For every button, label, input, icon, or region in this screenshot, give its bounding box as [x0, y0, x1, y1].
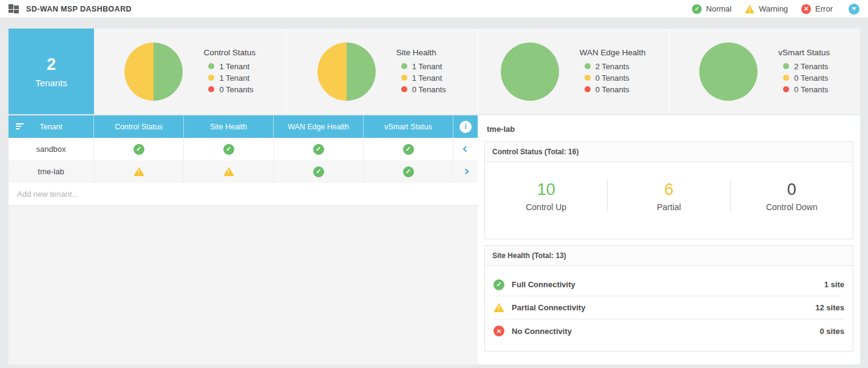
- chevron-right-icon[interactable]: [463, 169, 469, 175]
- add-tenant-input[interactable]: [8, 183, 478, 205]
- yellow-dot-icon: [585, 75, 591, 81]
- wan-edge-health-pie: [501, 43, 559, 101]
- chevron-left-icon[interactable]: [463, 146, 469, 152]
- status-ok-icon: [313, 166, 324, 177]
- column-header-label: WAN Edge Health: [288, 123, 349, 131]
- red-dot-icon: [401, 86, 407, 92]
- legend-item-label: 0 Tenants: [794, 84, 828, 95]
- legend-item: 0 Tenants: [203, 84, 256, 95]
- tenant-name-cell: tme-lab: [8, 160, 94, 183]
- green-dot-icon: [208, 63, 214, 69]
- vsmart-status-legend: vSmart Status 2 Tenants 0 Tenants 0 Tena…: [778, 48, 830, 95]
- tenant-count-tile[interactable]: 2 Tenants: [8, 29, 94, 114]
- control-status-card: Control Status (Total: 16) 10 Control Up…: [484, 141, 853, 239]
- site-health-card-title: Site Health (Total: 13): [485, 246, 853, 266]
- column-header-label: Site Health: [210, 123, 247, 131]
- legend-item-label: 0 Tenants: [219, 84, 253, 95]
- error-cross-icon: [801, 4, 811, 14]
- legend-item: 0 Tenants: [778, 84, 830, 95]
- red-dot-icon: [208, 86, 214, 92]
- chart-title: Control Status: [203, 48, 256, 57]
- legend-item: 1 Tenant: [203, 72, 256, 84]
- legend-item-label: 0 Tenants: [595, 72, 629, 84]
- status-warning-icon: [223, 167, 234, 176]
- status-ok-icon: [403, 144, 414, 155]
- table-row-tme-lab[interactable]: tme-lab: [8, 160, 478, 183]
- legend-item: 0 Tenants: [580, 84, 646, 95]
- stat-partial: 6 Partial: [607, 179, 730, 212]
- detail-panel-title: tme-lab: [484, 115, 853, 141]
- status-ok-icon: [403, 166, 414, 177]
- tenant-table: Tenant Control Status Site Health WAN Ed…: [8, 115, 478, 364]
- wan-edge-health-cell: [274, 160, 364, 183]
- column-header-label: vSmart Status: [384, 123, 432, 131]
- green-dot-icon: [783, 63, 789, 69]
- site-row-label: Partial Connectivity: [512, 303, 585, 312]
- column-header-tenant: Tenant: [8, 115, 94, 138]
- info-icon[interactable]: [459, 121, 472, 133]
- chart-title: WAN Edge Health: [580, 48, 646, 57]
- status-ok-icon: [493, 279, 504, 290]
- control-status-legend: Control Status 1 Tenant 1 Tenant 0 Tenan…: [203, 48, 256, 95]
- normal-check-icon: [692, 4, 702, 14]
- stat-control-up: 10 Control Up: [485, 179, 607, 212]
- yellow-dot-icon: [401, 75, 407, 81]
- vsmart-status-pie: [699, 43, 758, 101]
- legend-item: 0 Tenants: [778, 72, 830, 84]
- tenant-count: 2: [47, 55, 56, 74]
- legend-item: 2 Tenants: [580, 61, 646, 72]
- control-status-card-title: Control Status (Total: 16): [485, 142, 853, 162]
- legend-item: 2 Tenants: [778, 61, 830, 72]
- control-status-chart: Control Status 1 Tenant 1 Tenant 0 Tenan…: [94, 29, 286, 114]
- table-row-sandbox[interactable]: sandbox: [8, 138, 478, 160]
- red-dot-icon: [783, 86, 789, 92]
- dashboard-content: 2 Tenants Control Status 1 Tenant 1 Tena…: [8, 29, 860, 364]
- table-header: Tenant Control Status Site Health WAN Ed…: [8, 115, 478, 138]
- legend-warning: Warning: [745, 4, 788, 13]
- vsmart-status-cell: [364, 160, 453, 183]
- control-status-stats: 10 Control Up 6 Partial 0 Control Down: [485, 162, 853, 239]
- tenant-count-label: Tenants: [35, 78, 67, 88]
- stat-label: Partial: [608, 202, 730, 212]
- column-header-label: Tenant: [39, 123, 63, 131]
- site-row-value: 0 sites: [820, 327, 844, 336]
- status-error-icon: [493, 325, 504, 336]
- chart-title: Site Health: [396, 48, 446, 57]
- yellow-dot-icon: [208, 75, 214, 81]
- legend-item: 0 Tenants: [580, 72, 646, 84]
- legend-item: 1 Tenant: [396, 61, 446, 72]
- top-bar: SD-WAN MSP DASHBOARD Normal Warning Erro…: [0, 0, 868, 18]
- dropdown-chevron-icon[interactable]: [849, 4, 860, 15]
- stat-value: 0: [731, 179, 853, 200]
- column-header-vsmart-status: vSmart Status: [364, 115, 453, 138]
- green-dot-icon: [585, 63, 591, 69]
- body-row: Tenant Control Status Site Health WAN Ed…: [8, 115, 860, 364]
- warning-triangle-icon: [745, 5, 754, 13]
- legend-item-label: 2 Tenants: [595, 61, 629, 72]
- add-tenant-row: [8, 183, 478, 206]
- column-header-wan-edge-health: WAN Edge Health: [274, 115, 364, 138]
- site-row-value: 12 sites: [815, 303, 844, 312]
- status-ok-icon: [223, 144, 234, 155]
- table-filler: [8, 206, 478, 364]
- red-dot-icon: [585, 86, 591, 92]
- row-expand-cell: [453, 138, 478, 160]
- site-row-partial-connectivity: Partial Connectivity 12 sites: [493, 296, 844, 319]
- app-grid-icon[interactable]: [8, 4, 19, 13]
- legend-error-label: Error: [815, 4, 833, 13]
- column-header-info: [453, 115, 478, 138]
- legend-error: Error: [801, 4, 833, 14]
- legend-normal: Normal: [692, 4, 731, 14]
- legend-item-label: 0 Tenants: [794, 72, 828, 84]
- legend-item: 1 Tenant: [396, 72, 446, 84]
- column-header-control-status: Control Status: [94, 115, 184, 138]
- sort-icon[interactable]: [16, 123, 24, 129]
- site-health-cell: [184, 138, 274, 160]
- stat-value: 10: [485, 179, 607, 200]
- stat-label: Control Up: [485, 202, 607, 212]
- summary-row: 2 Tenants Control Status 1 Tenant 1 Tena…: [8, 29, 860, 114]
- legend-item-label: 0 Tenants: [595, 84, 629, 95]
- site-health-cell: [184, 160, 274, 183]
- status-ok-icon: [313, 144, 324, 155]
- wan-edge-health-cell: [274, 138, 364, 160]
